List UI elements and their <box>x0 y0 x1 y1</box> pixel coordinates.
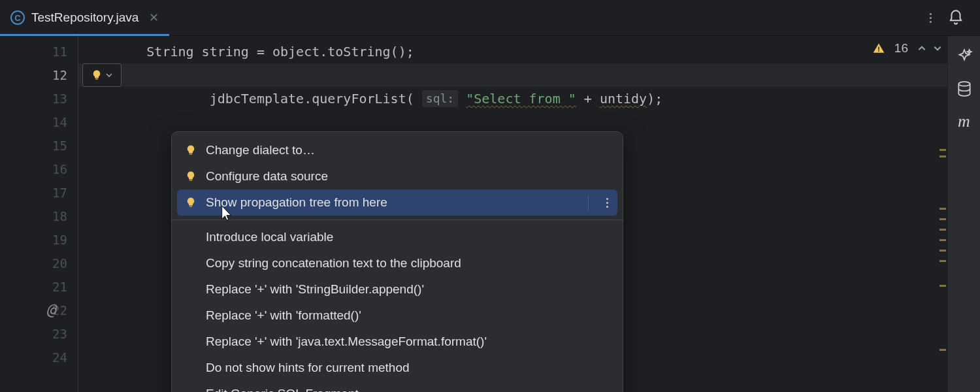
intention-item[interactable]: Do not show hints for current method <box>172 355 623 381</box>
line-number[interactable]: 13 <box>0 87 67 110</box>
line-number[interactable]: 20 <box>0 252 67 275</box>
ai-sparkle-icon[interactable] <box>956 48 973 65</box>
intention-item[interactable]: Show propagation tree from here <box>177 189 617 216</box>
line-number[interactable]: 14 <box>0 110 67 134</box>
intention-item[interactable]: Edit Generic SQL Fragment <box>172 381 623 392</box>
line-number[interactable]: 11 <box>0 40 67 63</box>
intention-item[interactable]: Introduce local variable <box>172 224 623 250</box>
line-number[interactable]: 15 <box>0 134 67 157</box>
line-number[interactable]: 24 <box>0 346 67 369</box>
intention-item[interactable]: Replace '+' with 'StringBuilder.append()… <box>172 276 623 302</box>
bell-icon[interactable] <box>947 9 964 26</box>
intention-item[interactable]: Replace '+' with 'formatted()' <box>172 302 623 329</box>
right-toolbar: m <box>947 36 980 392</box>
intention-bulb-button[interactable] <box>82 63 122 87</box>
more-icon[interactable] <box>930 13 932 23</box>
svg-rect-1 <box>878 47 879 50</box>
warning-mark[interactable] <box>939 285 946 287</box>
maven-m-icon[interactable]: m <box>956 113 973 130</box>
warning-mark[interactable] <box>939 218 946 220</box>
line-number[interactable]: 18 <box>0 204 67 228</box>
inspection-summary[interactable]: 16 <box>872 41 942 56</box>
intention-popup: Change dialect to…Configure data sourceS… <box>171 131 623 392</box>
more-icon[interactable] <box>606 198 608 208</box>
intention-item[interactable]: Copy string concatenation text to the cl… <box>172 250 623 276</box>
intention-item[interactable]: Change dialect to… <box>172 137 623 163</box>
inlay-hint: sql: <box>422 90 458 107</box>
warning-mark[interactable] <box>939 349 946 351</box>
class-icon: C <box>10 10 25 25</box>
line-number[interactable]: 23 <box>0 322 67 346</box>
separator <box>172 220 623 220</box>
code-line-current: jdbcTemplate.queryForList( sql: "Select … <box>78 63 947 87</box>
warning-count: 16 <box>894 41 908 56</box>
intention-item[interactable]: Configure data source <box>172 163 623 189</box>
svg-rect-4 <box>189 180 193 181</box>
tab-bar: C TestRepository.java ✕ <box>0 0 980 36</box>
warning-mark[interactable] <box>939 149 946 151</box>
warning-mark[interactable] <box>939 229 946 231</box>
tab-title: TestRepository.java <box>31 10 139 25</box>
close-icon[interactable]: ✕ <box>149 10 159 25</box>
file-tab[interactable]: C TestRepository.java ✕ <box>0 0 169 35</box>
line-number[interactable]: 19 <box>0 228 67 252</box>
line-number[interactable]: 16 <box>0 157 67 181</box>
prev-highlight-icon[interactable] <box>917 44 926 53</box>
warning-icon <box>872 42 885 55</box>
line-number[interactable]: 12 <box>0 63 67 87</box>
warning-mark[interactable] <box>939 250 946 252</box>
svg-rect-0 <box>95 78 99 80</box>
svg-rect-5 <box>189 206 193 207</box>
line-number[interactable]: 21 <box>0 275 67 299</box>
database-icon[interactable] <box>956 80 973 97</box>
marker-bar[interactable] <box>938 72 947 392</box>
intention-item[interactable]: Replace '+' with 'java.text.MessageForma… <box>172 329 623 355</box>
svg-rect-2 <box>878 50 879 52</box>
code-line: String string = object.toString(); <box>78 40 947 63</box>
warning-mark[interactable] <box>939 208 946 210</box>
tab-bar-actions <box>930 9 980 26</box>
svg-rect-3 <box>189 154 193 155</box>
warning-mark[interactable] <box>939 239 946 241</box>
gutter: @ 1112131415161718192021222324 <box>0 36 78 392</box>
chevron-down-icon <box>105 71 113 79</box>
warning-mark[interactable] <box>939 155 946 157</box>
next-highlight-icon[interactable] <box>933 44 942 53</box>
warning-mark[interactable] <box>939 260 946 262</box>
bulb-icon <box>91 69 103 81</box>
svg-point-6 <box>958 82 970 86</box>
annotation-icon[interactable]: @ <box>41 300 61 319</box>
line-number[interactable]: 17 <box>0 181 67 204</box>
